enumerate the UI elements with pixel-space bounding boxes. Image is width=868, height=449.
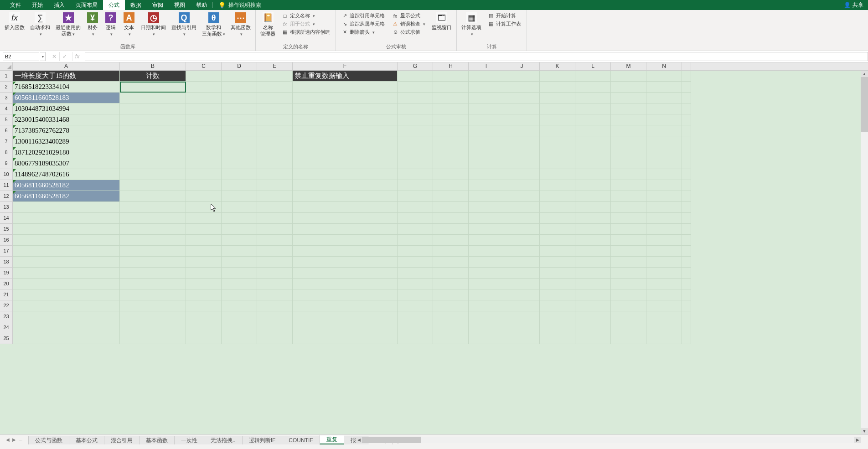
cell[interactable] bbox=[504, 136, 540, 147]
cell[interactable] bbox=[13, 213, 120, 224]
cell[interactable] bbox=[504, 169, 540, 180]
cell[interactable] bbox=[504, 202, 540, 213]
cell[interactable] bbox=[186, 82, 222, 93]
col-header-K[interactable]: K bbox=[540, 62, 575, 70]
cell[interactable] bbox=[398, 114, 433, 125]
cell[interactable] bbox=[13, 235, 120, 246]
cell[interactable] bbox=[646, 202, 682, 213]
cell[interactable] bbox=[398, 136, 433, 147]
cell[interactable] bbox=[611, 114, 646, 125]
cell[interactable] bbox=[504, 213, 540, 224]
cell[interactable] bbox=[293, 224, 398, 235]
cell[interactable] bbox=[222, 300, 257, 311]
share-button[interactable]: 👤 共享 bbox=[844, 1, 863, 9]
cell[interactable]: 一堆长度大于15的数 bbox=[13, 71, 120, 82]
scroll-down-button[interactable]: ▼ bbox=[861, 428, 868, 434]
cell[interactable] bbox=[293, 202, 398, 213]
cell[interactable] bbox=[540, 268, 575, 279]
cell[interactable] bbox=[540, 246, 575, 257]
cell[interactable] bbox=[611, 158, 646, 169]
cell[interactable] bbox=[257, 191, 293, 202]
cell[interactable] bbox=[293, 125, 398, 136]
col-header-A[interactable]: A bbox=[13, 62, 120, 70]
cell[interactable] bbox=[540, 257, 575, 268]
col-header-F[interactable]: F bbox=[293, 62, 398, 70]
cell[interactable] bbox=[504, 235, 540, 246]
cell[interactable] bbox=[222, 224, 257, 235]
cell[interactable] bbox=[186, 93, 222, 103]
row-header[interactable]: 21 bbox=[0, 289, 13, 300]
cell[interactable] bbox=[398, 333, 433, 344]
cell[interactable] bbox=[398, 213, 433, 224]
cell[interactable] bbox=[540, 103, 575, 114]
cell[interactable] bbox=[257, 213, 293, 224]
cell[interactable] bbox=[433, 257, 469, 268]
cell[interactable] bbox=[469, 82, 504, 93]
cell[interactable] bbox=[682, 311, 691, 322]
cell[interactable] bbox=[120, 300, 186, 311]
tab-formula[interactable]: 公式 bbox=[103, 0, 125, 10]
cell[interactable] bbox=[682, 169, 691, 180]
cell[interactable] bbox=[646, 125, 682, 136]
cell[interactable] bbox=[120, 322, 186, 333]
cell[interactable] bbox=[120, 289, 186, 300]
cell[interactable] bbox=[682, 103, 691, 114]
cell[interactable] bbox=[682, 246, 691, 257]
row-header[interactable]: 18 bbox=[0, 257, 13, 268]
cell[interactable] bbox=[398, 158, 433, 169]
cell[interactable] bbox=[293, 257, 398, 268]
cell[interactable]: 6056811660528182 bbox=[13, 180, 120, 191]
cell[interactable] bbox=[469, 235, 504, 246]
cell[interactable] bbox=[433, 311, 469, 322]
tab-view[interactable]: 视图 bbox=[169, 0, 191, 10]
row-header[interactable]: 23 bbox=[0, 311, 13, 322]
cell[interactable] bbox=[120, 125, 186, 136]
cell[interactable] bbox=[186, 213, 222, 224]
cell[interactable] bbox=[257, 169, 293, 180]
cell[interactable] bbox=[222, 147, 257, 158]
calc-now-button[interactable]: ▤开始计算 bbox=[486, 12, 523, 20]
cell[interactable] bbox=[398, 93, 433, 103]
hscroll-thumb[interactable] bbox=[362, 437, 421, 443]
cell[interactable] bbox=[646, 136, 682, 147]
calc-sheet-button[interactable]: ▦计算工作表 bbox=[486, 20, 523, 28]
recent-functions-button[interactable]: ★最近使用的 函数▾ bbox=[53, 11, 83, 39]
cell[interactable] bbox=[540, 114, 575, 125]
row-header[interactable]: 8 bbox=[0, 147, 13, 158]
cell[interactable] bbox=[575, 180, 611, 191]
cell[interactable] bbox=[120, 114, 186, 125]
cell[interactable] bbox=[469, 311, 504, 322]
cell[interactable] bbox=[611, 169, 646, 180]
cell[interactable] bbox=[646, 311, 682, 322]
cell[interactable] bbox=[222, 289, 257, 300]
cell[interactable] bbox=[540, 333, 575, 344]
cell[interactable] bbox=[398, 180, 433, 191]
cell[interactable] bbox=[682, 213, 691, 224]
cell[interactable] bbox=[575, 311, 611, 322]
cell[interactable] bbox=[575, 114, 611, 125]
cell[interactable] bbox=[398, 268, 433, 279]
cell[interactable] bbox=[469, 114, 504, 125]
cell[interactable] bbox=[682, 300, 691, 311]
cell[interactable] bbox=[504, 93, 540, 103]
cell[interactable] bbox=[433, 125, 469, 136]
row-header[interactable]: 25 bbox=[0, 333, 13, 344]
cell[interactable] bbox=[575, 246, 611, 257]
cell[interactable] bbox=[257, 300, 293, 311]
cell[interactable] bbox=[433, 235, 469, 246]
cell[interactable] bbox=[257, 103, 293, 114]
cell[interactable] bbox=[257, 257, 293, 268]
scroll-left-button[interactable]: ◀ bbox=[356, 437, 362, 443]
watch-window-button[interactable]: 🗔监视窗口 bbox=[429, 11, 455, 32]
cell[interactable] bbox=[504, 246, 540, 257]
row-header[interactable]: 19 bbox=[0, 268, 13, 279]
cell[interactable] bbox=[222, 82, 257, 93]
cell[interactable] bbox=[257, 224, 293, 235]
cell[interactable] bbox=[469, 224, 504, 235]
cell[interactable] bbox=[469, 136, 504, 147]
cell[interactable] bbox=[504, 158, 540, 169]
cell[interactable] bbox=[257, 136, 293, 147]
col-header-H[interactable]: H bbox=[433, 62, 469, 70]
cell[interactable] bbox=[682, 289, 691, 300]
cell[interactable] bbox=[540, 289, 575, 300]
